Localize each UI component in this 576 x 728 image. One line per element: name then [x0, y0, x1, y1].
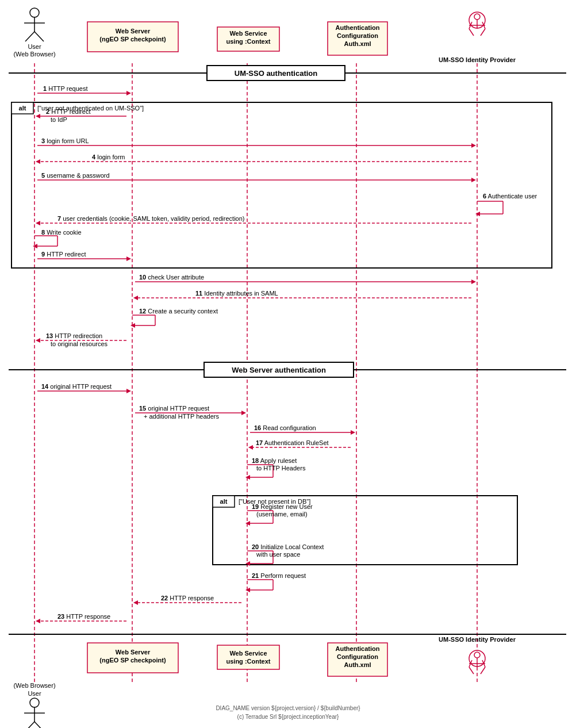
svg-line-151 — [469, 29, 474, 36]
svg-text:User: User — [28, 690, 41, 697]
svg-marker-104 — [133, 600, 138, 605]
svg-text:20 Initialize Local Context: 20 Initialize Local Context — [252, 543, 324, 550]
svg-text:12 Create a security context: 12 Create a security context — [139, 308, 218, 315]
svg-line-155 — [469, 660, 472, 667]
svg-marker-71 — [241, 411, 246, 415]
svg-text:9 HTTP redirect: 9 HTTP redirect — [41, 251, 86, 258]
svg-text:3 login form URL: 3 login form URL — [41, 137, 89, 144]
svg-line-142 — [34, 722, 44, 728]
svg-text:alt: alt — [220, 498, 228, 505]
svg-text:+ additional HTTP headers: + additional HTTP headers — [144, 413, 219, 420]
svg-text:["User not present in DB"]: ["User not present in DB"] — [239, 498, 310, 505]
diagram-container: UM-SSO authentication Web Server authent… — [0, 0, 576, 728]
svg-text:using :Context: using :Context — [226, 658, 271, 665]
svg-text:21 Perform request: 21 Perform request — [252, 572, 306, 579]
svg-marker-47 — [33, 244, 37, 248]
svg-text:Authentication: Authentication — [336, 24, 380, 31]
svg-text:16 Read configuration: 16 Read configuration — [254, 424, 316, 431]
svg-line-134 — [25, 32, 34, 41]
svg-marker-56 — [133, 296, 138, 300]
svg-text:1 HTTP request: 1 HTTP request — [43, 85, 87, 92]
svg-rect-113 — [217, 645, 279, 669]
svg-text:17 Authentication RuleSet: 17 Authentication RuleSet — [256, 439, 329, 446]
svg-marker-21 — [126, 91, 131, 95]
svg-marker-75 — [351, 430, 355, 435]
svg-text:23 HTTP response: 23 HTTP response — [57, 613, 110, 620]
svg-marker-95 — [245, 561, 250, 566]
svg-text:11 Identity attributes in SAML: 11 Identity attributes in SAML — [195, 290, 278, 297]
svg-text:(ngEO SP checkpoint): (ngEO SP checkpoint) — [99, 657, 166, 664]
svg-text:UM-SSO Identity Provider: UM-SSO Identity Provider — [439, 56, 516, 63]
svg-text:["user not authenticated on UM: ["user not authenticated on UM-SSO"] — [37, 105, 144, 112]
svg-text:User: User — [28, 43, 41, 50]
svg-text:alt: alt — [19, 105, 26, 112]
svg-text:to HTTP Headers: to HTTP Headers — [256, 465, 306, 472]
svg-point-153 — [469, 650, 485, 666]
svg-text:6 Authenticate user: 6 Authenticate user — [483, 193, 537, 200]
svg-line-147 — [469, 22, 472, 29]
svg-text:Web Service: Web Service — [229, 30, 267, 37]
svg-text:Configuration: Configuration — [337, 653, 378, 660]
svg-point-138 — [30, 698, 39, 707]
svg-text:8 Write cookie: 8 Write cookie — [41, 229, 82, 236]
svg-rect-112 — [87, 643, 178, 673]
svg-text:Web Server authentication: Web Server authentication — [232, 366, 326, 374]
svg-marker-89 — [245, 521, 250, 526]
svg-text:Auth.xml: Auth.xml — [344, 40, 371, 47]
svg-text:4 login form: 4 login form — [92, 154, 125, 160]
svg-text:Web Service: Web Service — [229, 650, 267, 657]
svg-text:15 original HTTP request: 15 original HTTP request — [139, 405, 209, 412]
svg-point-146 — [474, 14, 480, 20]
svg-marker-28 — [471, 143, 476, 148]
svg-marker-53 — [471, 279, 476, 284]
svg-text:13 HTTP redirection: 13 HTTP redirection — [46, 332, 102, 339]
svg-text:Configuration: Configuration — [337, 32, 378, 39]
svg-rect-10 — [204, 362, 354, 377]
svg-text:Web Server: Web Server — [116, 649, 151, 656]
svg-line-135 — [34, 32, 44, 41]
svg-rect-111 — [328, 22, 387, 55]
svg-text:2 HTTP redirect: 2 HTTP redirect — [46, 108, 90, 115]
svg-text:Web Server: Web Server — [116, 28, 151, 35]
svg-text:10 check User attribute: 10 check User attribute — [139, 274, 204, 281]
svg-marker-107 — [36, 619, 40, 623]
svg-marker-83 — [245, 475, 250, 480]
svg-line-152 — [481, 29, 485, 36]
svg-rect-109 — [87, 22, 178, 52]
svg-line-159 — [469, 667, 474, 674]
svg-text:UM-SSO authentication: UM-SSO authentication — [235, 69, 318, 78]
svg-marker-61 — [130, 323, 135, 328]
svg-point-145 — [469, 12, 485, 28]
svg-text:(Web Browser): (Web Browser) — [13, 51, 55, 58]
svg-rect-110 — [217, 27, 279, 51]
svg-marker-78 — [248, 445, 253, 450]
svg-rect-16 — [213, 496, 517, 565]
svg-text:UM-SSO Identity Provider: UM-SSO Identity Provider — [439, 636, 516, 643]
diagram-svg: UM-SSO authentication Web Server authent… — [0, 0, 576, 728]
svg-line-157 — [482, 660, 485, 667]
svg-text:14 original HTTP request: 14 original HTTP request — [41, 383, 112, 390]
svg-text:7 user credentials (cookie, SA: 7 user credentials (cookie, SAML token, … — [57, 215, 244, 222]
svg-text:(username, email): (username, email) — [256, 511, 308, 518]
svg-marker-68 — [126, 389, 131, 393]
svg-marker-50 — [126, 256, 131, 261]
svg-rect-17 — [213, 496, 235, 507]
svg-point-131 — [30, 8, 39, 17]
svg-text:Authentication: Authentication — [336, 645, 380, 652]
svg-marker-31 — [36, 159, 40, 164]
svg-text:18 Apply ruleset: 18 Apply ruleset — [252, 457, 297, 464]
svg-rect-114 — [328, 643, 387, 676]
svg-line-141 — [25, 722, 34, 728]
svg-rect-8 — [207, 66, 345, 81]
svg-marker-24 — [36, 114, 40, 118]
svg-rect-12 — [11, 102, 552, 268]
svg-text:using :Context: using :Context — [226, 38, 271, 45]
svg-marker-34 — [471, 178, 476, 182]
svg-text:5 username & password: 5 username & password — [41, 172, 110, 179]
svg-text:to original resources: to original resources — [51, 340, 108, 347]
svg-marker-39 — [475, 212, 480, 216]
svg-text:Auth.xml: Auth.xml — [344, 661, 371, 668]
svg-rect-13 — [11, 102, 33, 114]
svg-text:DIAG_NAME version ${project.ve: DIAG_NAME version ${project.version} / $… — [216, 705, 360, 711]
svg-text:to IdP: to IdP — [51, 116, 67, 123]
